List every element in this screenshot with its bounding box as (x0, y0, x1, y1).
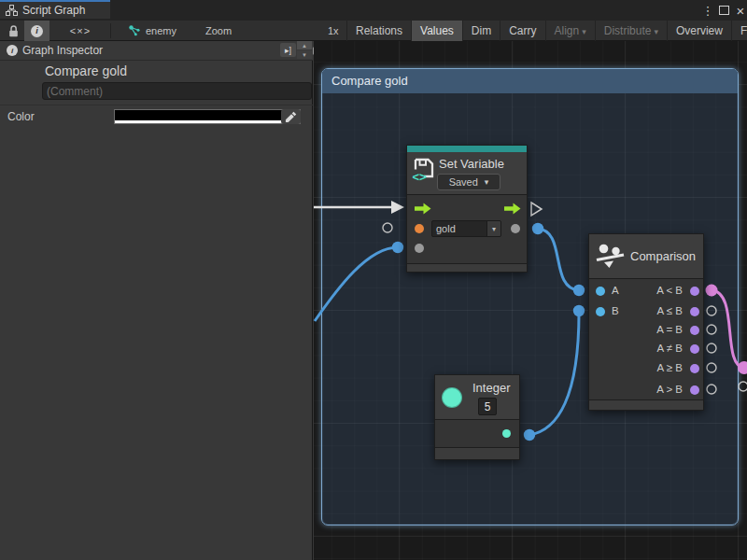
output-label-less: A < B (656, 285, 683, 296)
dropdown-caret-icon: ▾ (582, 27, 586, 36)
alpha-strip (115, 120, 300, 123)
distribute-button[interactable]: Distribute▾ (595, 21, 667, 41)
color-field-label: Color (7, 110, 35, 123)
window-close-icon[interactable]: × (732, 0, 747, 21)
variable-output-port[interactable] (511, 224, 520, 233)
fullscreen-button[interactable]: Full Screen (731, 21, 747, 41)
node-comparison[interactable]: Comparison A B A < B A ≤ B A = B A ≠ B A… (588, 233, 704, 411)
graph-title-text[interactable]: Compare gold (45, 63, 127, 78)
info-icon: i (31, 25, 43, 37)
output-less-port[interactable] (690, 287, 699, 296)
integer-value-field[interactable]: 5 (478, 398, 497, 415)
dropdown-caret-icon: ▾ (486, 221, 500, 236)
svg-text:<>: <> (413, 170, 428, 183)
lock-button[interactable] (3, 21, 23, 41)
output-notequal-port[interactable] (690, 344, 699, 354)
node-footer (407, 263, 527, 272)
integer-output-port[interactable] (502, 429, 511, 438)
variable-name-port[interactable] (415, 224, 424, 233)
dock-panel-button[interactable]: ▸] (280, 43, 296, 57)
zoom-value: 1x (328, 21, 339, 41)
node-integer[interactable]: Integer 5 (434, 374, 520, 460)
tab-label: Script Graph (22, 4, 85, 17)
relations-button[interactable]: Relations (346, 21, 411, 41)
output-lessequal-port[interactable] (690, 307, 699, 316)
variable-value-port[interactable] (415, 244, 424, 253)
inspector-toggle-button[interactable]: i (24, 21, 49, 41)
node-title: Comparison (630, 249, 696, 263)
node-title: Set Variable (439, 157, 504, 171)
node-set-variable[interactable]: <> Set Variable Saved▾ gold ▾ (406, 145, 528, 273)
dim-button[interactable]: Dim (462, 21, 500, 41)
flow-in-port[interactable] (415, 203, 431, 215)
values-button[interactable]: Values (411, 21, 462, 41)
toolbar: i <×> enemy Zoom 1x Relations Values Dim… (0, 21, 747, 41)
eyedropper-button[interactable] (281, 109, 301, 124)
group-header[interactable]: Compare gold (322, 69, 738, 93)
dropdown-caret-icon: ▾ (654, 27, 658, 36)
maximize-glyph (719, 6, 729, 15)
input-b-label: B (612, 305, 619, 316)
toolbar-separator (110, 23, 111, 38)
output-label-notequal: A ≠ B (657, 343, 683, 354)
window-titlebar: Script Graph ⋮ × (0, 0, 747, 21)
flow-out-port[interactable] (504, 203, 521, 215)
color-swatch[interactable] (114, 109, 301, 124)
scroll-up-button[interactable]: ▲ (297, 41, 312, 49)
lock-icon (8, 25, 19, 37)
graph-reference-icon (127, 21, 142, 41)
window-maximize-icon[interactable] (715, 0, 732, 21)
input-a-label: A (612, 285, 619, 296)
variable-kind-bar (407, 146, 527, 152)
node-title: Integer (472, 381, 510, 395)
scroll-down-button[interactable]: ▼ (297, 50, 312, 59)
input-a-port[interactable] (596, 287, 605, 296)
node-footer (589, 399, 703, 410)
info-icon: i (7, 45, 18, 56)
variable-name-dropdown[interactable]: gold ▾ (431, 220, 501, 237)
dropdown-caret-icon: ▾ (485, 177, 489, 187)
graph-inspector-panel: i Graph Inspector ▸] ▲ ▼ Compare gold Co… (0, 41, 313, 560)
input-b-port[interactable] (596, 307, 605, 316)
variable-scope-dropdown[interactable]: Saved▾ (437, 174, 500, 190)
output-label-equal: A = B (656, 324, 683, 335)
output-greaterequal-port[interactable] (690, 364, 699, 373)
unity-script-graph-window: Script Graph ⋮ × i <×> enemy (0, 0, 747, 560)
eyedropper-icon (285, 111, 297, 123)
section-divider (0, 105, 313, 105)
output-greater-port[interactable] (690, 385, 699, 395)
align-button[interactable]: Align▾ (545, 21, 595, 41)
script-graph-icon (6, 5, 18, 16)
code-icon: <×> (70, 25, 91, 36)
tab-script-graph[interactable]: Script Graph (0, 0, 110, 19)
carry-button[interactable]: Carry (500, 21, 544, 41)
set-variable-icon: <> (412, 157, 437, 182)
comment-input[interactable] (42, 82, 312, 100)
output-label-lessequal: A ≤ B (657, 305, 683, 316)
output-label-greater: A > B (656, 384, 683, 395)
inspector-header-title: Graph Inspector (22, 44, 103, 57)
code-view-button[interactable]: <×> (63, 21, 97, 41)
inspector-header: i Graph Inspector ▸] ▲ ▼ (0, 41, 313, 61)
zoom-label: Zoom (205, 21, 232, 41)
output-label-greaterequal: A ≥ B (657, 362, 683, 373)
integer-icon (442, 387, 462, 408)
output-equal-port[interactable] (690, 326, 699, 335)
window-menu-icon[interactable]: ⋮ (699, 0, 716, 21)
overview-button[interactable]: Overview (667, 21, 731, 41)
node-footer (435, 447, 519, 459)
toolbar-buttons: Relations Values Dim Carry Align▾ Distri… (346, 21, 747, 41)
graph-reference-label[interactable]: enemy (146, 21, 176, 41)
comparison-icon (596, 243, 626, 269)
